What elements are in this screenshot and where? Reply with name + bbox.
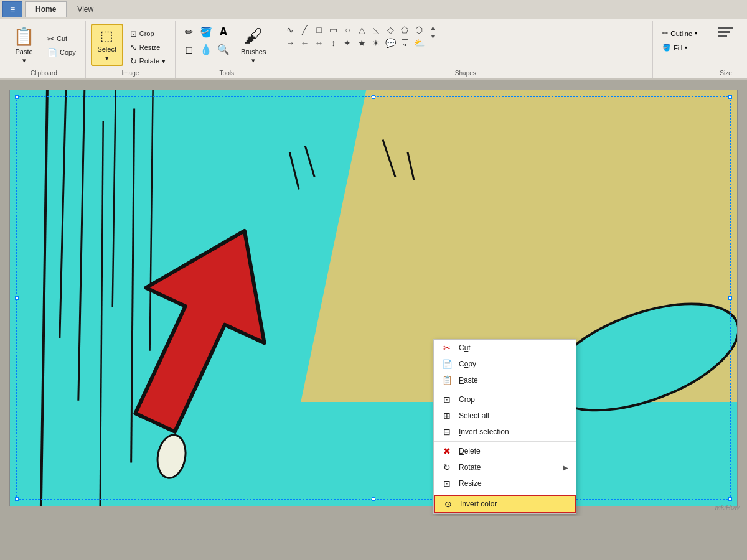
select-button[interactable]: ⬚ Select ▾	[91, 24, 123, 66]
shape-arrow-d[interactable]: ↕	[326, 37, 340, 49]
outline-fill-content: ✏ Outline ▾ 🪣 Fill ▾	[658, 21, 702, 77]
ctx-cut-label: Cut	[459, 343, 568, 352]
shape-star4[interactable]: ✦	[341, 37, 354, 49]
ctx-invert-color[interactable]: ⊙ Invert color	[434, 495, 576, 513]
ribbon: 📋 Paste ▾ ✂ Cut 📄 Copy	[0, 19, 747, 80]
ctx-rotate-arrow: ▶	[563, 464, 568, 471]
resize-button[interactable]: ⤡ Resize	[126, 41, 170, 54]
fill-tool[interactable]: 🪣	[198, 24, 214, 40]
ctx-resize-label: Resize	[459, 479, 568, 488]
canvas-inner[interactable]: ✂ Cut 📄 Copy 📋 Paste ⊡ Crop ⊞	[9, 90, 738, 506]
eraser-tool[interactable]: ◻	[181, 41, 197, 57]
ctx-sep-3	[434, 493, 576, 493]
shape-roundrect[interactable]: ▭	[326, 24, 340, 36]
ctx-crop[interactable]: ⊡ Crop	[434, 391, 576, 408]
outline-dropdown-arrow: ▾	[695, 30, 697, 36]
outline-fill-group: ✏ Outline ▾ 🪣 Fill ▾	[653, 21, 707, 78]
pencil-tool[interactable]: ✏	[181, 24, 197, 40]
shapes-content: ∿ ╱ □ ▭ ○ △ ◺ ◇ ⬠ ⬡ → ←	[283, 21, 647, 70]
ctx-paste-icon: 📋	[441, 375, 453, 385]
cut-button[interactable]: ✂ Cut	[43, 32, 80, 45]
shapes-scroll-down[interactable]: ▼	[430, 32, 436, 41]
ctx-selectall-icon: ⊞	[441, 411, 453, 421]
tools-row-1: ✏ 🪣 A	[181, 24, 232, 40]
shape-curve[interactable]: ∿	[283, 24, 297, 36]
rotate-button[interactable]: ↻ Rotate ▾	[126, 55, 170, 67]
outline-icon: ✏	[662, 29, 668, 37]
tab-view[interactable]: View	[67, 1, 104, 17]
shape-rounded-callout[interactable]: 🗨	[398, 37, 411, 49]
outline-button[interactable]: ✏ Outline ▾	[658, 27, 702, 39]
ctx-invert-selection[interactable]: ⊟ Invert selection	[434, 424, 576, 440]
shape-ellipse[interactable]: ○	[341, 24, 354, 36]
size-label: Size	[720, 70, 731, 78]
fill-button[interactable]: 🪣 Fill ▾	[658, 42, 702, 54]
ctx-copy-icon: 📄	[441, 359, 453, 369]
shape-hexagon[interactable]: ⬡	[412, 24, 426, 36]
ctx-copy[interactable]: 📄 Copy	[434, 356, 576, 372]
line-size-button[interactable]	[715, 24, 737, 40]
shape-righttri[interactable]: ◺	[369, 24, 383, 36]
ctx-rotate[interactable]: ↻ Rotate ▶	[434, 459, 576, 475]
clipboard-label: Clipboard	[7, 70, 80, 78]
ctx-rotate-icon: ↻	[441, 462, 453, 472]
shapes-area: ∿ ╱ □ ▭ ○ △ ◺ ◇ ⬠ ⬡ → ←	[283, 24, 426, 49]
paste-button[interactable]: 📋 Paste ▾	[7, 24, 40, 67]
ctx-invertsel-label: Invert selection	[459, 427, 568, 436]
image-label: Image	[91, 70, 170, 78]
shape-arrow-r[interactable]: →	[283, 37, 297, 49]
select-dropdown-arrow: ▾	[105, 54, 109, 62]
ctx-paste[interactable]: 📋 Paste	[434, 372, 576, 388]
shape-triangle[interactable]: △	[355, 24, 369, 36]
ctx-invertcolor-label: Invert color	[460, 500, 567, 508]
tab-home[interactable]: Home	[25, 1, 67, 17]
shape-cloud[interactable]: ⛅	[412, 37, 426, 49]
magnifier-tool[interactable]: 🔍	[215, 41, 232, 57]
shape-callout[interactable]: 💬	[383, 37, 397, 49]
shape-star5[interactable]: ★	[355, 37, 369, 49]
ctx-crop-icon: ⊡	[441, 394, 453, 404]
size-content	[715, 21, 737, 70]
tools-label: Tools	[181, 70, 273, 78]
fill-dropdown-arrow: ▾	[685, 45, 687, 50]
ctx-resize[interactable]: ⊡ Resize	[434, 475, 576, 492]
crop-button[interactable]: ⊡ Crop	[126, 27, 170, 40]
context-menu: ✂ Cut 📄 Copy 📋 Paste ⊡ Crop ⊞	[433, 339, 576, 514]
app-menu-icon: ≡	[10, 4, 15, 14]
tools-row-2: ◻ 💧 🔍	[181, 41, 232, 57]
shape-star6[interactable]: ✶	[369, 37, 383, 49]
ctx-copy-label: Copy	[459, 360, 568, 368]
app-menu-button[interactable]: ≡	[2, 1, 22, 17]
ctx-invertsel-icon: ⊟	[441, 427, 453, 437]
brushes-button[interactable]: 🖌 Brushes ▾	[234, 24, 273, 66]
shape-rect[interactable]: □	[312, 24, 326, 36]
clipboard-content: 📋 Paste ▾ ✂ Cut 📄 Copy	[7, 21, 80, 70]
ctx-select-all[interactable]: ⊞ Select all	[434, 408, 576, 424]
tools-group: ✏ 🪣 A ◻ 💧 🔍 🖌 Brushes ▾	[176, 21, 278, 78]
text-tool[interactable]: A	[215, 24, 232, 40]
paste-icon: 📋	[13, 26, 35, 47]
ctx-cut[interactable]: ✂ Cut	[434, 340, 576, 356]
shape-arrow-4[interactable]: ↔	[312, 37, 326, 49]
copy-button[interactable]: 📄 Copy	[43, 46, 80, 58]
ctx-delete-label: Delete	[459, 447, 568, 455]
clipboard-group: 📋 Paste ▾ ✂ Cut 📄 Copy	[2, 21, 86, 78]
ctx-delete[interactable]: ✖ Delete	[434, 443, 576, 459]
shape-arrow-l[interactable]: ←	[298, 37, 311, 49]
ctx-cut-icon: ✂	[441, 343, 453, 353]
shape-line[interactable]: ╱	[298, 24, 311, 36]
brushes-dropdown-arrow: ▾	[251, 57, 255, 65]
ctx-sep-1	[434, 390, 576, 390]
shape-pentagon[interactable]: ⬠	[398, 24, 411, 36]
outline-fill-label	[658, 77, 702, 78]
shapes-grid: ∿ ╱ □ ▭ ○ △ ◺ ◇ ⬠ ⬡ → ←	[283, 24, 426, 49]
ctx-rotate-label: Rotate	[459, 463, 557, 472]
shapes-label: Shapes	[283, 70, 647, 78]
shapes-scroll-up[interactable]: ▲	[430, 24, 436, 32]
color-picker-tool[interactable]: 💧	[198, 41, 214, 57]
ctx-invertcolor-icon: ⊙	[443, 499, 454, 509]
wikihow-watermark: wikiHow	[715, 503, 740, 511]
ctx-selectall-label: Select all	[459, 411, 568, 420]
image-group: ⬚ Select ▾ ⊡ Crop ⤡ Resize	[86, 21, 176, 78]
shape-diamond[interactable]: ◇	[383, 24, 397, 36]
